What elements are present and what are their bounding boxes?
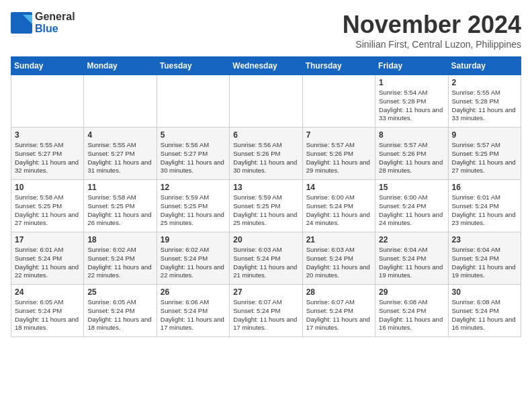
calendar-cell: 28Sunrise: 6:07 AM Sunset: 5:24 PM Dayli… — [302, 285, 375, 337]
day-number: 9 — [452, 130, 517, 140]
day-header-thursday: Thursday — [302, 57, 375, 75]
location-title: Sinilian First, Central Luzon, Philippin… — [343, 39, 521, 50]
day-header-tuesday: Tuesday — [157, 57, 229, 75]
day-number: 16 — [452, 183, 517, 192]
cell-info: Sunrise: 6:03 AM Sunset: 5:24 PM Dayligh… — [306, 246, 371, 280]
cell-info: Sunrise: 6:08 AM Sunset: 5:24 PM Dayligh… — [379, 298, 444, 332]
day-number: 7 — [306, 130, 371, 140]
logo-general: General — [35, 11, 75, 23]
calendar-cell: 19Sunrise: 6:02 AM Sunset: 5:24 PM Dayli… — [157, 232, 229, 285]
cell-info: Sunrise: 6:06 AM Sunset: 5:24 PM Dayligh… — [161, 298, 226, 332]
day-header-monday: Monday — [84, 57, 157, 75]
day-number: 10 — [15, 183, 80, 192]
day-number: 25 — [87, 287, 152, 297]
calendar-cell: 12Sunrise: 5:59 AM Sunset: 5:25 PM Dayli… — [157, 180, 229, 232]
cell-info: Sunrise: 5:59 AM Sunset: 5:25 PM Dayligh… — [233, 193, 298, 228]
calendar-header: SundayMondayTuesdayWednesdayThursdayFrid… — [11, 57, 521, 75]
calendar-cell — [230, 75, 302, 128]
day-header-wednesday: Wednesday — [230, 57, 302, 75]
day-number: 14 — [306, 183, 371, 192]
day-number: 21 — [306, 235, 371, 244]
cell-info: Sunrise: 6:00 AM Sunset: 5:24 PM Dayligh… — [379, 193, 444, 228]
calendar-cell: 22Sunrise: 6:04 AM Sunset: 5:24 PM Dayli… — [375, 232, 448, 285]
calendar-cell: 7Sunrise: 5:57 AM Sunset: 5:26 PM Daylig… — [302, 128, 375, 180]
week-row-1: 1Sunrise: 5:54 AM Sunset: 5:28 PM Daylig… — [11, 75, 521, 128]
calendar-cell: 6Sunrise: 5:56 AM Sunset: 5:26 PM Daylig… — [230, 128, 302, 180]
cell-info: Sunrise: 5:59 AM Sunset: 5:25 PM Dayligh… — [161, 193, 226, 228]
day-header-saturday: Saturday — [448, 57, 521, 75]
calendar-cell: 2Sunrise: 5:55 AM Sunset: 5:28 PM Daylig… — [448, 75, 521, 128]
day-number: 1 — [379, 78, 444, 87]
cell-info: Sunrise: 6:02 AM Sunset: 5:24 PM Dayligh… — [161, 246, 226, 280]
cell-info: Sunrise: 6:02 AM Sunset: 5:24 PM Dayligh… — [87, 246, 152, 280]
calendar-cell: 1Sunrise: 5:54 AM Sunset: 5:28 PM Daylig… — [375, 75, 448, 128]
cell-info: Sunrise: 5:57 AM Sunset: 5:26 PM Dayligh… — [379, 141, 444, 175]
calendar-cell: 20Sunrise: 6:03 AM Sunset: 5:24 PM Dayli… — [230, 232, 302, 285]
day-number: 11 — [87, 183, 152, 192]
page-header: General Blue November 2024 Sinilian Firs… — [11, 11, 521, 50]
calendar-cell: 29Sunrise: 6:08 AM Sunset: 5:24 PM Dayli… — [375, 285, 448, 337]
day-number: 27 — [233, 287, 298, 297]
cell-info: Sunrise: 6:05 AM Sunset: 5:24 PM Dayligh… — [87, 298, 152, 332]
day-number: 5 — [161, 130, 226, 140]
calendar-body: 1Sunrise: 5:54 AM Sunset: 5:28 PM Daylig… — [11, 75, 521, 337]
week-row-3: 10Sunrise: 5:58 AM Sunset: 5:25 PM Dayli… — [11, 180, 521, 232]
cell-info: Sunrise: 5:58 AM Sunset: 5:25 PM Dayligh… — [87, 193, 152, 228]
calendar-cell: 13Sunrise: 5:59 AM Sunset: 5:25 PM Dayli… — [230, 180, 302, 232]
day-number: 15 — [379, 183, 444, 192]
calendar-cell: 27Sunrise: 6:07 AM Sunset: 5:24 PM Dayli… — [230, 285, 302, 337]
day-number: 30 — [452, 287, 517, 297]
day-number: 3 — [15, 130, 80, 140]
calendar-cell — [302, 75, 375, 128]
cell-info: Sunrise: 6:05 AM Sunset: 5:24 PM Dayligh… — [15, 298, 80, 332]
cell-info: Sunrise: 5:55 AM Sunset: 5:28 PM Dayligh… — [452, 89, 517, 123]
day-number: 22 — [379, 235, 444, 244]
day-number: 19 — [161, 235, 226, 244]
day-number: 12 — [161, 183, 226, 192]
calendar-cell: 3Sunrise: 5:55 AM Sunset: 5:27 PM Daylig… — [11, 128, 84, 180]
calendar-cell: 4Sunrise: 5:55 AM Sunset: 5:27 PM Daylig… — [84, 128, 157, 180]
week-row-5: 24Sunrise: 6:05 AM Sunset: 5:24 PM Dayli… — [11, 285, 521, 337]
cell-info: Sunrise: 5:56 AM Sunset: 5:27 PM Dayligh… — [161, 141, 226, 175]
week-row-2: 3Sunrise: 5:55 AM Sunset: 5:27 PM Daylig… — [11, 128, 521, 180]
calendar-cell — [11, 75, 84, 128]
cell-info: Sunrise: 6:03 AM Sunset: 5:24 PM Dayligh… — [233, 246, 298, 280]
week-row-4: 17Sunrise: 6:01 AM Sunset: 5:24 PM Dayli… — [11, 232, 521, 285]
calendar-cell: 15Sunrise: 6:00 AM Sunset: 5:24 PM Dayli… — [375, 180, 448, 232]
calendar-cell: 21Sunrise: 6:03 AM Sunset: 5:24 PM Dayli… — [302, 232, 375, 285]
calendar-cell: 18Sunrise: 6:02 AM Sunset: 5:24 PM Dayli… — [84, 232, 157, 285]
day-number: 2 — [452, 78, 517, 87]
day-header-friday: Friday — [375, 57, 448, 75]
calendar-cell: 9Sunrise: 5:57 AM Sunset: 5:25 PM Daylig… — [448, 128, 521, 180]
day-number: 6 — [233, 130, 298, 140]
cell-info: Sunrise: 5:57 AM Sunset: 5:25 PM Dayligh… — [452, 141, 517, 175]
calendar-cell: 11Sunrise: 5:58 AM Sunset: 5:25 PM Dayli… — [84, 180, 157, 232]
day-header-sunday: Sunday — [11, 57, 84, 75]
cell-info: Sunrise: 6:01 AM Sunset: 5:24 PM Dayligh… — [15, 246, 80, 280]
cell-info: Sunrise: 5:55 AM Sunset: 5:27 PM Dayligh… — [15, 141, 80, 175]
day-number: 26 — [161, 287, 226, 297]
cell-info: Sunrise: 6:08 AM Sunset: 5:24 PM Dayligh… — [452, 298, 517, 332]
day-number: 8 — [379, 130, 444, 140]
day-number: 4 — [87, 130, 152, 140]
cell-info: Sunrise: 6:01 AM Sunset: 5:24 PM Dayligh… — [452, 193, 517, 228]
calendar-cell: 5Sunrise: 5:56 AM Sunset: 5:27 PM Daylig… — [157, 128, 229, 180]
calendar-cell — [157, 75, 229, 128]
calendar-cell: 10Sunrise: 5:58 AM Sunset: 5:25 PM Dayli… — [11, 180, 84, 232]
month-title: November 2024 — [343, 11, 521, 39]
calendar-cell: 8Sunrise: 5:57 AM Sunset: 5:26 PM Daylig… — [375, 128, 448, 180]
cell-info: Sunrise: 6:07 AM Sunset: 5:24 PM Dayligh… — [306, 298, 371, 332]
header-row: SundayMondayTuesdayWednesdayThursdayFrid… — [11, 57, 521, 75]
cell-info: Sunrise: 5:57 AM Sunset: 5:26 PM Dayligh… — [306, 141, 371, 175]
logo-icon — [11, 12, 32, 34]
title-block: November 2024 Sinilian First, Central Lu… — [343, 11, 521, 50]
cell-info: Sunrise: 5:58 AM Sunset: 5:25 PM Dayligh… — [15, 193, 80, 228]
day-number: 23 — [452, 235, 517, 244]
day-number: 17 — [15, 235, 80, 244]
cell-info: Sunrise: 6:00 AM Sunset: 5:24 PM Dayligh… — [306, 193, 371, 228]
calendar-cell: 16Sunrise: 6:01 AM Sunset: 5:24 PM Dayli… — [448, 180, 521, 232]
cell-info: Sunrise: 5:54 AM Sunset: 5:28 PM Dayligh… — [379, 89, 444, 123]
calendar-cell: 23Sunrise: 6:04 AM Sunset: 5:24 PM Dayli… — [448, 232, 521, 285]
cell-info: Sunrise: 5:55 AM Sunset: 5:27 PM Dayligh… — [87, 141, 152, 175]
cell-info: Sunrise: 6:04 AM Sunset: 5:24 PM Dayligh… — [452, 246, 517, 280]
